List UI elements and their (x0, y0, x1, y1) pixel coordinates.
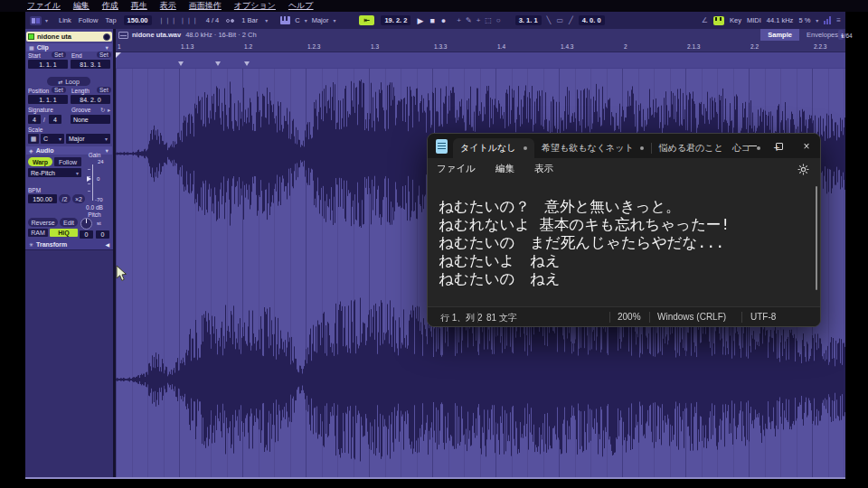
arrangement-position-field[interactable]: 19. 2. 2 (381, 15, 410, 25)
hiq-button[interactable]: HiQ (50, 229, 78, 237)
notepad-menu-item-0[interactable]: ファイル (437, 163, 476, 175)
grid-quantize-select[interactable]: 1/64▾ (838, 30, 844, 40)
beat-time-ruler[interactable]: 1/64▾ 11.1.31.21.2.31.31.3.31.41.4.322.1… (116, 41, 845, 52)
ram-button[interactable]: RAM (28, 229, 48, 237)
pitch-fine-field[interactable]: 0 (96, 230, 109, 239)
chevron-down-icon[interactable]: ▾ (265, 17, 268, 23)
follow-tempo-toggle[interactable]: Follow (79, 16, 99, 24)
notepad-scrollbar[interactable] (816, 186, 817, 290)
bpm-half-button[interactable]: /2 (59, 194, 71, 203)
record-button[interactable]: ● (441, 16, 446, 25)
metronome-icon[interactable] (226, 19, 234, 23)
groove-commit-icon[interactable]: ↻ (100, 107, 105, 114)
loop-length-field[interactable]: 4. 0. 0 (579, 15, 605, 25)
pitch-knob[interactable] (80, 218, 92, 230)
groove-preview-icon[interactable]: ▸ (108, 107, 110, 114)
nudge-buttons[interactable]: ❘❘❘ ❘❘❘ (159, 17, 199, 24)
warp-marker[interactable] (178, 61, 184, 66)
transform-section-header[interactable]: ✳ Transform ◀ (26, 239, 112, 249)
chevron-down-icon[interactable]: ▾ (816, 17, 818, 23)
signature-numerator-field[interactable]: 4 (28, 115, 41, 124)
computer-midi-keyboard-icon[interactable] (713, 16, 724, 25)
end-set-button[interactable]: Set (97, 52, 111, 58)
clip-title-bar[interactable]: nidone uta (26, 32, 112, 42)
scale-root-select[interactable]: C▾ (41, 134, 64, 144)
automation-arm-icon[interactable]: ✎ (466, 16, 472, 24)
punch-out-icon[interactable]: ╱ (569, 16, 573, 24)
start-set-button[interactable]: Set (52, 52, 66, 58)
loop-position-field[interactable]: 1. 1. 1 (28, 95, 68, 104)
live-menu-item-5[interactable]: 画面操作 (189, 0, 222, 12)
notepad-titlebar[interactable]: タイトルなし希望も欲もなくネット悩める君のこと 心コ+ × (428, 134, 820, 158)
position-set-button[interactable]: Set (52, 87, 66, 93)
notepad-tab-1[interactable]: 希望も欲もなくネット (534, 138, 651, 158)
capture-icon[interactable]: + (476, 16, 481, 24)
loop-length-field[interactable]: 84. 2. 0 (71, 95, 110, 104)
stop-button[interactable]: ■ (429, 16, 434, 25)
clip-bpm-field[interactable]: 150.00 (28, 194, 57, 203)
back-to-arrangement-button[interactable]: ⇤ (359, 15, 374, 25)
key-map-button[interactable]: Key (730, 16, 741, 24)
time-signature-field[interactable]: 4 / 4 (206, 16, 220, 24)
warp-marker[interactable] (244, 61, 250, 66)
loop-switch-icon[interactable]: ▭ (556, 16, 563, 24)
link-toggle[interactable]: Link (59, 16, 71, 24)
tempo-follower-icon[interactable] (30, 16, 42, 25)
clip-activator-icon[interactable] (103, 33, 110, 41)
draw-mode-icon[interactable]: ∠ (702, 16, 708, 24)
zoom-level-label[interactable]: 200% (618, 312, 641, 322)
reverse-button[interactable]: Reverse (28, 218, 58, 227)
close-button[interactable]: × (793, 134, 820, 158)
play-button[interactable]: ▶ (417, 16, 423, 25)
tab-sample[interactable]: Sample (760, 29, 799, 41)
notepad-text-area[interactable]: ねむたいの？ 意外と無いきっと。ねむれないよ 基本のキも忘れちゃったー!ねむたい… (428, 180, 820, 306)
live-menu-item-3[interactable]: 再生 (131, 0, 147, 12)
clip-start-field[interactable]: 1. 1. 1 (28, 60, 68, 69)
scale-icon[interactable] (280, 16, 290, 24)
clip-start-marker[interactable] (116, 52, 121, 58)
warp-mode-select[interactable]: Re-Pitch▾ (28, 168, 81, 177)
maximize-button[interactable] (766, 134, 793, 158)
notepad-menu-item-2[interactable]: 表示 (534, 163, 553, 175)
length-set-button[interactable]: Set (97, 87, 111, 93)
live-menu-item-2[interactable]: 作成 (102, 0, 118, 12)
groove-select[interactable]: None (71, 115, 110, 124)
scale-piano-icon[interactable]: ▦ (28, 134, 39, 144)
warp-button[interactable]: Warp (28, 157, 52, 166)
tempo-field[interactable]: 150.00 (124, 15, 152, 25)
hamburger-menu-icon[interactable]: ≡ (836, 16, 841, 24)
edit-button[interactable]: Edit (60, 218, 78, 227)
chevron-down-icon[interactable]: ▾ (333, 17, 335, 23)
notepad-menu-item-1[interactable]: 編集 (495, 163, 514, 175)
session-record-icon[interactable]: ⬚ (485, 16, 492, 24)
live-menu-item-1[interactable]: 編集 (73, 0, 90, 12)
midi-map-button[interactable]: MIDI (747, 16, 761, 24)
clip-section-header[interactable]: ▦ Clip▼ (26, 43, 112, 52)
live-menu-item-7[interactable]: ヘルプ (288, 0, 314, 12)
speaker-icon[interactable]: ◀ (105, 241, 109, 248)
bpm-double-button[interactable]: ×2 (72, 194, 85, 203)
loop-toggle-icon[interactable]: ○ (496, 16, 501, 24)
punch-in-icon[interactable]: ╲ (547, 16, 552, 24)
pitch-semitones-field[interactable]: 0 (80, 230, 93, 239)
live-menu-item-4[interactable]: 表示 (160, 0, 176, 12)
loop-button[interactable]: ⇄Loop (47, 77, 90, 86)
live-menu-item-6[interactable]: オプション (234, 0, 276, 12)
root-note-select[interactable]: C (295, 16, 299, 24)
loop-start-field[interactable]: 3. 1. 1 (515, 15, 542, 25)
settings-gear-icon[interactable] (797, 163, 809, 179)
warp-follow-button[interactable]: Follow (54, 157, 81, 166)
gain-slider-handle[interactable] (87, 176, 91, 182)
warp-marker[interactable] (215, 61, 221, 66)
notepad-tab-0[interactable]: タイトルなし (453, 138, 534, 158)
signature-denominator-field[interactable]: 4 (49, 115, 61, 124)
scale-name-select[interactable]: Major▾ (66, 134, 110, 144)
warp-marker-lane[interactable] (116, 52, 845, 69)
quantize-menu[interactable]: 1 Bar (241, 16, 258, 24)
scale-name-select[interactable]: Major (312, 16, 329, 24)
chevron-down-icon[interactable]: ▾ (305, 17, 307, 23)
clip-end-field[interactable]: 81. 3. 1 (71, 60, 110, 69)
tap-tempo-button[interactable]: Tap (105, 16, 116, 24)
gain-slider[interactable] (92, 164, 93, 201)
live-menu-item-0[interactable]: ファイル (27, 0, 61, 12)
